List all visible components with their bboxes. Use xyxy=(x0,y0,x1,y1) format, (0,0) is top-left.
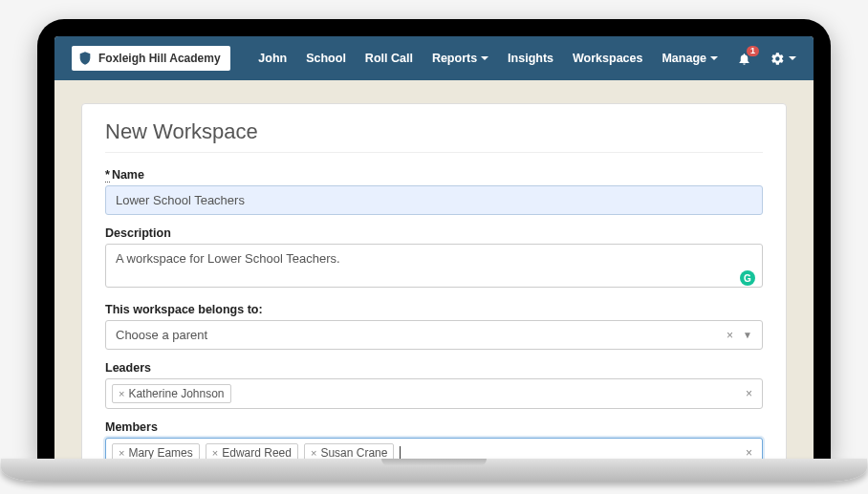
grammarly-icon[interactable] xyxy=(740,270,755,286)
content: New Workspace *Name Description This wo xyxy=(54,80,814,459)
remove-icon[interactable]: × xyxy=(212,447,218,459)
page-title: New Workspace xyxy=(105,119,763,153)
remove-icon[interactable]: × xyxy=(119,388,124,399)
parent-select-placeholder: Choose a parent xyxy=(116,328,207,342)
parent-select[interactable]: Choose a parent × ▼ xyxy=(105,320,763,350)
caret-down-icon xyxy=(481,56,488,60)
clear-icon[interactable]: × xyxy=(742,387,756,400)
nav-manage[interactable]: Manage xyxy=(662,52,718,65)
clear-icon[interactable]: × xyxy=(742,446,756,459)
nav-insights[interactable]: Insights xyxy=(508,52,553,65)
field-belongs: This workspace belongs to: Choose a pare… xyxy=(105,303,763,350)
description-label: Description xyxy=(105,226,763,240)
navbar: Foxleigh Hill Academy John School Roll C… xyxy=(54,36,814,80)
caret-down-icon xyxy=(710,56,718,60)
notif-badge: 1 xyxy=(747,46,759,56)
name-label-text: Name xyxy=(112,168,144,182)
nav-john[interactable]: John xyxy=(258,52,287,65)
select-actions: × ▼ xyxy=(727,329,752,342)
leaders-label: Leaders xyxy=(105,361,763,375)
field-members: Members ×Mary Eames ×Edward Reed ×Susan … xyxy=(105,420,763,459)
form-panel: New Workspace *Name Description This wo xyxy=(81,103,787,459)
nav-links: John School Roll Call Reports Insights W… xyxy=(258,52,796,66)
leader-tag-label: Katherine Johnson xyxy=(128,387,224,400)
member-tag-label: Susan Crane xyxy=(320,446,387,459)
nav-rollcall[interactable]: Roll Call xyxy=(365,52,413,65)
nav-manage-label: Manage xyxy=(662,52,706,65)
nav-school[interactable]: School xyxy=(306,52,346,65)
remove-icon[interactable]: × xyxy=(119,447,124,459)
laptop-base xyxy=(1,459,867,482)
name-input[interactable] xyxy=(105,185,763,215)
nav-workspaces[interactable]: Workspaces xyxy=(573,52,642,65)
settings-menu[interactable] xyxy=(770,52,796,66)
brand-name: Foxleigh Hill Academy xyxy=(98,52,221,65)
name-label: *Name xyxy=(105,168,763,182)
brand[interactable]: Foxleigh Hill Academy xyxy=(72,46,230,71)
description-input[interactable] xyxy=(105,244,763,288)
field-description: Description xyxy=(105,226,763,291)
shield-icon xyxy=(77,50,93,67)
field-leaders: Leaders ×Katherine Johnson × xyxy=(105,361,763,409)
member-tag[interactable]: ×Edward Reed xyxy=(206,443,298,459)
laptop-frame: Foxleigh Hill Academy John School Roll C… xyxy=(37,19,831,459)
members-input[interactable]: ×Mary Eames ×Edward Reed ×Susan Crane × xyxy=(105,438,763,459)
leaders-input[interactable]: ×Katherine Johnson × xyxy=(105,378,763,409)
belongs-label: This workspace belongs to: xyxy=(105,303,763,316)
member-tag[interactable]: ×Susan Crane xyxy=(304,443,394,459)
member-tag-label: Mary Eames xyxy=(128,446,192,459)
chevron-down-icon[interactable]: ▼ xyxy=(743,330,752,340)
field-name: *Name xyxy=(105,168,763,215)
text-cursor xyxy=(400,446,401,459)
required-star: * xyxy=(105,168,110,183)
members-label: Members xyxy=(105,420,763,434)
leader-tag[interactable]: ×Katherine Johnson xyxy=(112,384,231,403)
remove-icon[interactable]: × xyxy=(311,447,316,459)
nav-reports-label: Reports xyxy=(432,52,477,65)
notifications-button[interactable]: 1 xyxy=(737,52,751,66)
nav-reports[interactable]: Reports xyxy=(432,52,488,65)
clear-icon[interactable]: × xyxy=(727,329,733,342)
gear-icon xyxy=(770,52,785,66)
member-tag[interactable]: ×Mary Eames xyxy=(112,443,200,459)
caret-down-icon xyxy=(789,56,796,60)
description-wrap xyxy=(105,244,763,291)
screen: Foxleigh Hill Academy John School Roll C… xyxy=(54,36,814,459)
member-tag-label: Edward Reed xyxy=(222,446,292,459)
